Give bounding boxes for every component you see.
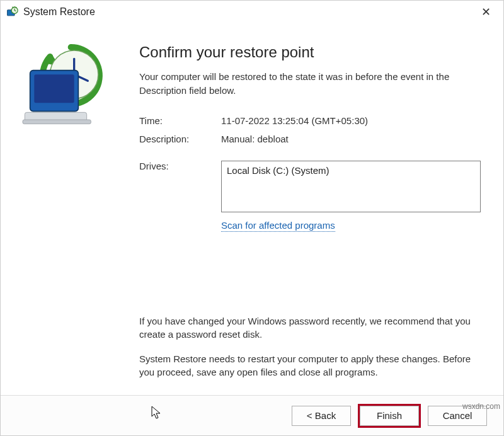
field-description: Description: Manual: debloat	[139, 134, 481, 144]
drives-label: Drives:	[139, 161, 221, 171]
wizard-banner	[1, 23, 139, 395]
description-label: Description:	[139, 134, 221, 144]
time-value: 11-07-2022 13:25:04 (GMT+05:30)	[221, 115, 481, 126]
back-button[interactable]: < Back	[292, 406, 351, 426]
close-button[interactable]: ✕	[472, 3, 500, 21]
watermark-text: wsxdn.com	[462, 402, 500, 411]
scan-affected-programs-link[interactable]: Scan for affected programs	[221, 220, 335, 232]
notice-restart: System Restore needs to restart your com…	[139, 352, 481, 379]
drives-listbox[interactable]: Local Disk (C:) (System)	[221, 161, 481, 212]
time-label: Time:	[139, 115, 221, 126]
system-restore-icon	[6, 6, 18, 18]
restore-illustration-icon	[16, 41, 123, 135]
wizard-footer: < Back Finish Cancel	[1, 395, 503, 435]
wizard-body: Confirm your restore point Your computer…	[1, 23, 503, 395]
svg-rect-9	[34, 74, 74, 103]
field-time: Time: 11-07-2022 13:25:04 (GMT+05:30)	[139, 115, 481, 126]
notices: If you have changed your Windows passwor…	[139, 303, 481, 379]
page-subtext: Your computer will be restored to the st…	[139, 70, 481, 98]
system-restore-wizard: System Restore ✕ Confirm your restore po…	[0, 0, 504, 436]
wizard-content: Confirm your restore point Your computer…	[139, 23, 503, 395]
field-drives: Drives: Local Disk (C:) (System) Scan fo…	[139, 161, 481, 231]
description-value: Manual: debloat	[221, 134, 481, 144]
close-icon: ✕	[481, 5, 491, 19]
notice-password-reset: If you have changed your Windows passwor…	[139, 314, 481, 341]
page-heading: Confirm your restore point	[139, 43, 481, 61]
titlebar: System Restore ✕	[1, 1, 503, 23]
drives-item[interactable]: Local Disk (C:) (System)	[227, 165, 475, 176]
finish-button[interactable]: Finish	[360, 406, 419, 426]
svg-rect-11	[23, 120, 91, 124]
window-title: System Restore	[23, 6, 95, 18]
